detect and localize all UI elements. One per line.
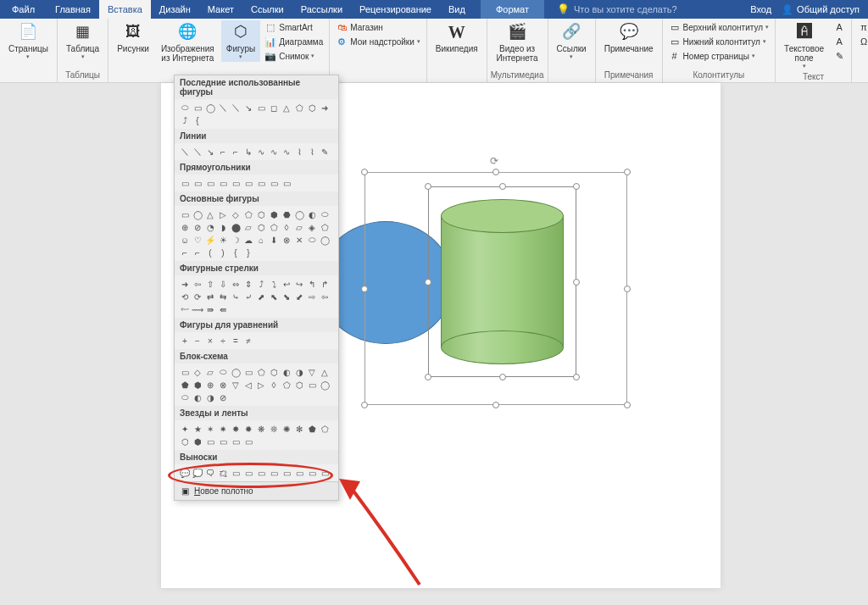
shape-item[interactable]: = (230, 335, 242, 347)
shape-item[interactable]: ↱ (319, 278, 331, 290)
shape-item[interactable]: ▭ (281, 467, 292, 479)
shape-item[interactable]: ▭ (242, 467, 254, 479)
shape-item[interactable]: ⬠ (268, 221, 280, 233)
shape-item[interactable]: ⬠ (255, 366, 267, 378)
shape-item[interactable]: ∿ (255, 146, 267, 158)
shape-item[interactable]: ▭ (179, 208, 191, 220)
shape-item[interactable]: ⬭ (179, 102, 191, 114)
tellme-search[interactable]: 💡 Что вы хотите сделать? (544, 0, 750, 19)
shape-item[interactable]: ◻ (268, 102, 280, 114)
shape-item[interactable]: 💬 (179, 467, 191, 479)
selection-handle[interactable] (624, 169, 631, 175)
shape-item[interactable]: ◈ (306, 221, 318, 233)
shape-item[interactable]: { (230, 247, 242, 258)
shape-item[interactable]: − (192, 335, 203, 347)
shape-item[interactable]: ⤴ (179, 114, 191, 126)
selection-handle[interactable] (499, 183, 506, 190)
online-pictures-button[interactable]: 🌐 Изображения из Интернета (156, 20, 220, 64)
tab-insert[interactable]: Вставка (99, 0, 151, 19)
shape-item[interactable]: ▭ (293, 467, 305, 479)
tab-design[interactable]: Дизайн (151, 0, 199, 19)
share-button[interactable]: 👤 Общий доступ (782, 4, 860, 15)
shape-item[interactable]: ⟳ (192, 291, 203, 302)
shape-item[interactable]: ＼ (217, 102, 229, 114)
shape-item[interactable]: ⬠ (293, 102, 305, 114)
shape-item[interactable]: ⬡ (306, 102, 318, 114)
shape-item[interactable]: ◯ (319, 234, 331, 246)
selection-handle[interactable] (573, 279, 580, 286)
shape-item[interactable]: ◯ (204, 102, 216, 114)
shape-item[interactable]: ⬡ (293, 379, 305, 391)
shape-item[interactable]: ▭ (255, 467, 267, 479)
shape-item[interactable]: ⬭ (306, 234, 318, 246)
shape-item[interactable]: ⬠ (281, 379, 292, 391)
shape-item[interactable]: ⬈ (255, 291, 267, 302)
shape-item[interactable]: ⌐ (179, 247, 191, 258)
shape-item[interactable]: ☺ (179, 234, 191, 246)
rotate-handle-icon[interactable]: ⟳ (490, 155, 502, 167)
shape-item[interactable]: ⬊ (281, 291, 292, 302)
selection-handle[interactable] (624, 286, 631, 292)
shape-item[interactable]: ⬇ (268, 234, 280, 246)
header-button[interactable]: ▭Верхний колонтитул▾ (666, 20, 772, 34)
chart-button[interactable]: 📊Диаграмма (262, 35, 326, 48)
shape-item[interactable]: ▭ (217, 177, 229, 189)
selection-handle[interactable] (492, 169, 499, 175)
comment-button[interactable]: 💬 Примечание (599, 20, 659, 55)
pictures-button[interactable]: 🖼 Рисунки (112, 20, 154, 55)
selection-handle[interactable] (425, 279, 431, 286)
shape-item[interactable]: ⌐ (217, 146, 229, 158)
shape-item[interactable]: ⇔ (230, 278, 242, 290)
shape-item[interactable]: ⬟ (179, 379, 191, 391)
shape-item[interactable]: ▭ (179, 366, 191, 378)
shape-item[interactable]: ✶ (204, 423, 216, 435)
shape-item[interactable]: } (242, 247, 254, 258)
shape-item[interactable]: ⬢ (192, 436, 203, 447)
shape-item[interactable]: ⌇ (306, 146, 318, 158)
shape-item[interactable]: + (179, 335, 191, 347)
shape-item[interactable]: ＼ (179, 146, 191, 158)
shape-item[interactable]: ▭ (306, 379, 318, 391)
shape-item[interactable]: 💭 (192, 467, 203, 479)
shape-item[interactable]: ✸ (230, 423, 242, 435)
shape-item[interactable]: ◯ (192, 208, 203, 220)
shape-item[interactable]: ) (217, 247, 229, 258)
shape-item[interactable]: ☀ (217, 234, 229, 246)
shape-item[interactable]: ( (204, 247, 216, 258)
shapes-button[interactable]: ⬡ Фигуры ▾ (221, 20, 260, 62)
shape-item[interactable]: ▭ (255, 102, 267, 114)
selection-handle[interactable] (624, 402, 631, 408)
shape-item[interactable]: ⊗ (281, 234, 292, 246)
shape-item[interactable]: ⌂ (255, 234, 267, 246)
text-opt1[interactable]: A (831, 20, 848, 34)
shape-item[interactable]: ↰ (306, 278, 318, 290)
login-link[interactable]: Вход (750, 4, 771, 14)
shape-item[interactable]: ☁ (242, 234, 254, 246)
shape-item[interactable]: ⬡ (255, 208, 267, 220)
shape-item[interactable]: △ (281, 102, 292, 114)
shape-item[interactable]: ↳ (242, 146, 254, 158)
shape-item[interactable]: ✦ (179, 423, 191, 435)
shape-item[interactable]: ◑ (204, 391, 216, 403)
shape-item[interactable]: ▭ (204, 436, 216, 447)
shape-item[interactable]: ⬭ (319, 208, 331, 220)
selection-handle[interactable] (361, 286, 368, 292)
shape-item[interactable]: ⬡ (268, 366, 280, 378)
shape-item[interactable]: ⌐ (230, 146, 242, 158)
tab-review[interactable]: Рецензирование (351, 0, 440, 19)
cylinder-shape[interactable] (441, 199, 564, 364)
shape-item[interactable]: ⟲ (179, 291, 191, 302)
shape-item[interactable]: ↘ (204, 146, 216, 158)
shape-item[interactable]: { (192, 114, 203, 126)
shape-item[interactable]: △ (204, 208, 216, 220)
myaddins-button[interactable]: ⚙Мои надстройки▾ (333, 35, 423, 48)
shape-item[interactable]: ▭ (319, 467, 331, 479)
shape-item[interactable]: ⬠ (319, 221, 331, 233)
shape-item[interactable]: × (204, 335, 216, 347)
shape-item[interactable]: ▱ (204, 366, 216, 378)
tab-references[interactable]: Ссылки (242, 0, 292, 19)
selection-handle[interactable] (425, 183, 431, 190)
shape-item[interactable]: ▱ (242, 221, 254, 233)
shape-item[interactable]: ⬟ (306, 423, 318, 435)
shape-item[interactable]: ▭ (217, 436, 229, 447)
